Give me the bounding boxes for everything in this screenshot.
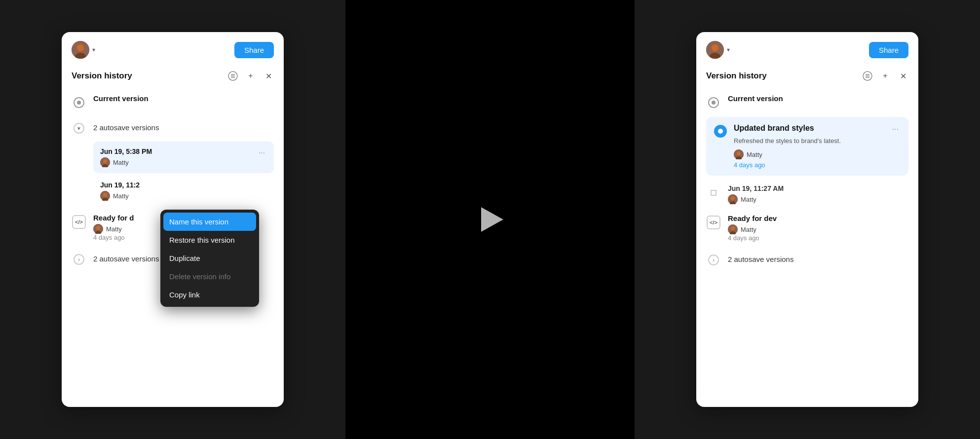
close-icon[interactable]: ✕: [263, 71, 274, 81]
context-menu-item-restore[interactable]: Restore this version: [160, 231, 259, 249]
autosave-chevron-2-icon[interactable]: ›: [72, 252, 86, 267]
version-item-1-avatar: [100, 157, 110, 167]
right-ready-for-dev-user-row: Matty: [728, 224, 908, 234]
highlighted-circle-blue-dot: [718, 129, 723, 134]
autosave-chevron-1-icon[interactable]: ▾: [72, 121, 86, 136]
version-item-1-menu-icon[interactable]: ···: [257, 147, 267, 158]
context-menu-item-delete: Delete version info: [160, 267, 259, 286]
right-ready-for-dev-row: </> Ready for dev Matty 4 days ago: [706, 209, 908, 247]
version-item-2-username: Matty: [113, 192, 129, 200]
left-header-left: ▾: [72, 41, 95, 59]
right-ready-for-dev-icon: </>: [706, 215, 721, 230]
right-area: ▾ Share Version history +: [635, 0, 980, 439]
right-avatar-chevron-icon[interactable]: ▾: [727, 46, 730, 53]
right-timeline: Current version: [696, 89, 918, 272]
highlighted-version-avatar: [734, 149, 744, 159]
right-version-item-1-user-row: Matty: [728, 194, 908, 204]
right-ready-for-dev-title: Ready for dev: [728, 214, 908, 222]
right-version-item-1[interactable]: Jun 19, 11:27 AM Matty: [706, 180, 908, 209]
ready-for-dev-username: Matty: [106, 225, 122, 233]
right-autosave-group-row[interactable]: › 2 autosave versions: [706, 247, 908, 272]
right-add-icon[interactable]: +: [880, 71, 891, 81]
right-ready-for-dev-avatar: [728, 224, 738, 234]
context-menu: Name this version Restore this version D…: [160, 210, 259, 307]
right-ready-for-dev-content: Ready for dev Matty 4 days ago: [728, 214, 908, 242]
play-triangle-icon: [481, 207, 503, 232]
highlighted-version-title: Updated brand styles: [734, 124, 814, 133]
right-version-dot-icon: [711, 190, 716, 196]
right-header-left: ▾: [706, 41, 730, 59]
right-version-history-header: Version history + ✕: [696, 64, 918, 86]
right-ready-for-dev-time: 4 days ago: [728, 234, 908, 242]
play-button[interactable]: [475, 205, 505, 234]
right-current-version-dot: [712, 101, 716, 105]
highlighted-version-user-row: Matty: [734, 149, 901, 159]
version-item-2-content: Jun 19, 11:2 Matty: [100, 181, 140, 201]
add-icon[interactable]: +: [245, 71, 256, 81]
version-item-2[interactable]: Jun 19, 11:2 Matty: [93, 176, 274, 206]
right-autosave-group-label: 2 autosave versions: [728, 255, 793, 263]
svg-point-1: [77, 44, 84, 51]
svg-point-14: [96, 226, 100, 230]
main-container: ▾ Share Version history: [0, 0, 980, 439]
right-filter-icon[interactable]: [862, 71, 873, 81]
version-item-1-date: Jun 19, 5:38 PM: [100, 147, 152, 155]
left-share-button[interactable]: Share: [234, 42, 274, 58]
right-chevron-right-icon[interactable]: ›: [708, 255, 719, 265]
version-item-1[interactable]: Jun 19, 5:38 PM Matty ···: [93, 142, 274, 173]
version-item-1-content: Jun 19, 5:38 PM Matty: [100, 147, 152, 167]
version-item-1-username: Matty: [113, 159, 129, 166]
right-version-item-1-icon: [706, 185, 721, 200]
current-version-label: Current version: [93, 94, 149, 103]
svg-point-24: [737, 151, 741, 155]
right-version-item-1-avatar: [728, 194, 738, 204]
right-version-item-1-username: Matty: [741, 196, 756, 203]
svg-point-30: [731, 226, 735, 230]
right-close-icon[interactable]: ✕: [898, 71, 908, 81]
avatar-image: [72, 41, 89, 59]
highlighted-version-username: Matty: [747, 151, 762, 158]
autosave-group-2-label: 2 autosave versions: [93, 255, 159, 263]
right-version-item-1-content: Jun 19, 11:27 AM Matty: [728, 184, 908, 204]
left-version-history-header: Version history + ✕: [62, 64, 284, 86]
highlighted-version-icon: [714, 125, 727, 138]
highlighted-version-card[interactable]: Updated brand styles ··· Refreshed the s…: [706, 117, 908, 176]
version-item-1-user-row: Matty: [100, 157, 152, 167]
left-panel-header: ▾ Share: [62, 32, 284, 64]
version-item-2-user-row: Matty: [100, 191, 140, 201]
right-share-button[interactable]: Share: [869, 42, 908, 58]
ready-for-dev-avatar: [93, 224, 103, 234]
right-version-list: Current version: [696, 86, 918, 407]
right-panel-card: ▾ Share Version history +: [696, 32, 918, 407]
chevron-down-icon[interactable]: ▾: [74, 123, 84, 134]
right-panel-header: ▾ Share: [696, 32, 918, 64]
context-menu-item-copy-link[interactable]: Copy link: [160, 286, 259, 304]
context-menu-item-duplicate[interactable]: Duplicate: [160, 249, 259, 267]
right-current-version-content: Current version: [728, 94, 908, 103]
chevron-right-icon[interactable]: ›: [74, 254, 84, 265]
highlighted-version-desc: Refreshed the styles to brand's latest.: [734, 137, 901, 146]
highlighted-version-time: 4 days ago: [734, 161, 901, 169]
svg-point-27: [731, 196, 735, 200]
middle-area: [345, 0, 635, 439]
left-area: ▾ Share Version history: [0, 0, 345, 439]
autosave-group-1-row[interactable]: ▾ 2 autosave versions: [72, 115, 274, 141]
context-menu-item-name[interactable]: Name this version: [163, 213, 256, 231]
version-item-1-wrapper: Jun 19, 5:38 PM Matty ···: [72, 142, 274, 173]
current-version-circle: [74, 97, 84, 108]
right-current-version-icon: [706, 95, 721, 110]
right-autosave-chevron-icon[interactable]: ›: [706, 253, 721, 267]
avatar-chevron-icon[interactable]: ▾: [92, 46, 95, 53]
version-item-2-wrapper: Jun 19, 11:2 Matty: [72, 176, 274, 206]
highlighted-version-content: Updated brand styles ··· Refreshed the s…: [734, 124, 901, 169]
current-version-icon: [72, 95, 86, 110]
svg-point-11: [103, 193, 107, 197]
right-current-version-circle: [708, 97, 719, 108]
filter-icon[interactable]: [227, 71, 238, 81]
highlighted-version-row: Updated brand styles ··· Refreshed the s…: [706, 115, 908, 180]
highlighted-version-menu-icon[interactable]: ···: [890, 124, 901, 135]
right-header-icons: + ✕: [862, 71, 908, 81]
right-current-version-row: Current version: [706, 89, 908, 115]
right-version-history-title: Version history: [706, 71, 767, 81]
left-version-history-title: Version history: [72, 71, 132, 81]
